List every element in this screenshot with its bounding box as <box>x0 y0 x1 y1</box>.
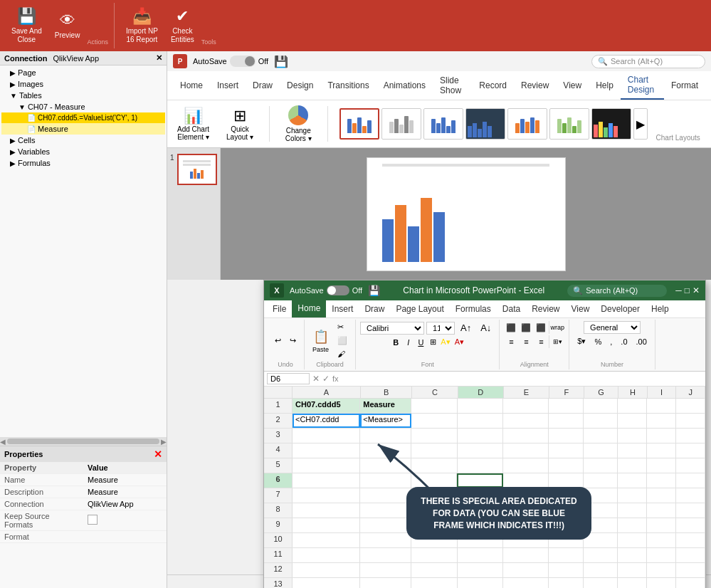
col-header-i[interactable]: I <box>648 387 677 398</box>
excel-autosave-toggle[interactable] <box>327 285 349 295</box>
grid-cell-j1[interactable] <box>676 399 705 413</box>
cell[interactable] <box>676 503 705 518</box>
tree-item-measure[interactable]: 📄 Measure <box>1 123 165 135</box>
decrease-decimal-button[interactable]: .0 <box>617 336 631 347</box>
pp-menu-animations[interactable]: Animations <box>376 77 433 94</box>
cell[interactable] <box>411 518 457 532</box>
cell[interactable] <box>676 548 705 562</box>
pp-menu-format[interactable]: Format <box>664 77 705 94</box>
chart-style-5[interactable] <box>507 108 547 140</box>
tree-item-ch07[interactable]: ▼ CH07 - Measure <box>1 101 165 112</box>
cell[interactable] <box>584 533 618 547</box>
check-entities-button[interactable]: ✔ Check Entities <box>165 4 200 47</box>
import-np-button[interactable]: 📥 Import NP 16 Report <box>120 4 164 47</box>
cell[interactable] <box>411 443 457 458</box>
align-left-button[interactable]: ≡ <box>504 335 518 348</box>
excel-menu-data[interactable]: Data <box>497 301 526 317</box>
excel-floppy-icon[interactable]: 💾 <box>368 285 380 296</box>
cell[interactable] <box>549 563 584 577</box>
cell[interactable] <box>647 533 676 547</box>
chart-style-2[interactable] <box>381 108 421 140</box>
cell[interactable] <box>503 578 549 588</box>
undo-button[interactable]: ↩ <box>271 335 285 347</box>
cell[interactable] <box>360 443 411 458</box>
cell[interactable] <box>618 533 647 547</box>
pp-menu-slideshow[interactable]: Slide Show <box>433 72 472 99</box>
increase-font-button[interactable]: A↑ <box>457 321 475 335</box>
keep-source-checkbox[interactable] <box>88 515 98 525</box>
cell[interactable] <box>411 503 457 518</box>
col-header-g[interactable]: G <box>584 387 619 398</box>
cell[interactable] <box>293 429 360 443</box>
cell[interactable] <box>676 563 705 577</box>
border-icon[interactable]: ⊞ <box>428 336 438 348</box>
tree-item-formulas[interactable]: ▶ Formulas <box>1 157 165 169</box>
cell[interactable] <box>503 429 549 443</box>
cell[interactable] <box>458 458 503 473</box>
align-top-left-button[interactable]: ⬛ <box>504 321 518 334</box>
number-format-selector[interactable]: General <box>584 321 641 334</box>
cell[interactable] <box>676 458 705 473</box>
grid-cell-g2[interactable] <box>584 414 618 428</box>
grid-cell-i2[interactable] <box>647 414 676 428</box>
cell[interactable] <box>647 503 676 518</box>
cell[interactable] <box>584 488 618 503</box>
excel-menu-view[interactable]: View <box>566 301 596 317</box>
fill-color-icon[interactable]: A▾ <box>439 336 451 348</box>
cell[interactable] <box>584 429 618 443</box>
excel-menu-developer[interactable]: Developer <box>595 301 646 317</box>
cell[interactable] <box>458 548 503 562</box>
cell[interactable] <box>647 563 676 577</box>
panel-close-icon[interactable]: ✕ <box>156 53 162 63</box>
cell[interactable] <box>411 578 457 588</box>
cell-h6[interactable] <box>618 473 647 488</box>
col-header-j[interactable]: J <box>676 387 705 398</box>
cell[interactable] <box>676 443 705 458</box>
grid-cell-c2[interactable] <box>411 414 457 428</box>
cell[interactable] <box>676 518 705 532</box>
grid-cell-d2[interactable] <box>458 414 503 428</box>
cell[interactable] <box>360 518 411 532</box>
cell[interactable] <box>618 548 647 562</box>
cell[interactable] <box>360 563 411 577</box>
cell[interactable] <box>411 548 457 562</box>
cell[interactable] <box>549 443 584 458</box>
pp-menu-review[interactable]: Review <box>514 77 556 94</box>
cell[interactable] <box>458 443 503 458</box>
cell[interactable] <box>676 578 705 588</box>
cell[interactable] <box>647 458 676 473</box>
font-size-selector[interactable]: 11 <box>426 322 455 335</box>
excel-search-box[interactable]: 🔍 Search (Alt+Q) <box>567 285 667 297</box>
excel-menu-insert[interactable]: Insert <box>326 301 359 317</box>
tree-item-ch07-cddd5[interactable]: 📄 CH07.cddd5.=ValueList('CY', 1) <box>1 112 165 123</box>
cell[interactable] <box>293 518 360 532</box>
font-color-icon[interactable]: A▾ <box>453 336 465 348</box>
col-header-f[interactable]: F <box>549 387 584 398</box>
cell[interactable] <box>503 533 549 547</box>
excel-menu-file[interactable]: File <box>267 301 292 317</box>
col-header-b[interactable]: B <box>361 387 412 398</box>
grid-cell-a2[interactable]: <CH07.cddd <box>293 414 360 428</box>
cell[interactable] <box>360 503 411 518</box>
cell[interactable] <box>676 429 705 443</box>
excel-menu-draw[interactable]: Draw <box>359 301 390 317</box>
cell[interactable] <box>549 488 584 503</box>
grid-cell-h2[interactable] <box>618 414 647 428</box>
grid-cell-b1[interactable]: Measure <box>360 399 411 413</box>
redo-button[interactable]: ↪ <box>286 335 300 347</box>
minimize-icon[interactable]: ─ <box>675 285 682 295</box>
cell[interactable] <box>293 563 360 577</box>
format-painter-button[interactable]: 🖌 <box>334 348 351 359</box>
cell[interactable] <box>618 488 647 503</box>
cell[interactable] <box>618 578 647 588</box>
cell[interactable] <box>584 518 618 532</box>
scroll-left-icon[interactable]: ◀ <box>0 438 6 446</box>
insert-function-icon[interactable]: fx <box>332 374 339 383</box>
cell[interactable] <box>549 458 584 473</box>
chart-style-4[interactable] <box>465 108 505 140</box>
tree-item-variables[interactable]: ▶ Variables <box>1 146 165 157</box>
cell-c6[interactable] <box>411 473 457 488</box>
grid-cell-f2[interactable] <box>549 414 584 428</box>
col-header-d[interactable]: D <box>458 387 504 398</box>
grid-cell-h1[interactable] <box>618 399 647 413</box>
